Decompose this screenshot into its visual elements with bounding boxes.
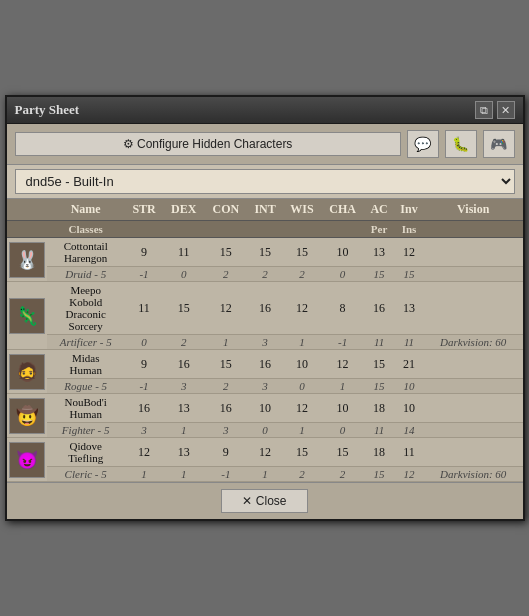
stat-int: 12 [247, 438, 283, 467]
avatar: 😈 [7, 438, 47, 482]
stat-cha: 12 [321, 350, 364, 379]
stat-con: 15 [204, 350, 247, 379]
stat-per: 15 [364, 467, 394, 482]
class-row: Rogue - 5 -1 3 2 3 0 1 15 10 [7, 379, 523, 394]
save-str: -1 [125, 379, 163, 394]
save-wis: 2 [283, 467, 321, 482]
avatar: 🤠 [7, 394, 47, 438]
stat-str: 12 [125, 438, 163, 467]
save-cha: 1 [321, 379, 364, 394]
stats-table-container: Name STR DEX CON INT WIS CHA AC Inv Visi… [7, 199, 523, 482]
save-con: -1 [204, 467, 247, 482]
save-cha: 0 [321, 267, 364, 282]
stat-con: 15 [204, 238, 247, 267]
stat-con: 16 [204, 394, 247, 423]
col-name: Name [47, 199, 125, 221]
save-str: 1 [125, 467, 163, 482]
subheader-row: Classes Per Ins [7, 221, 523, 238]
class-vision: Darkvision: 60 [424, 467, 523, 482]
stat-con: 9 [204, 438, 247, 467]
save-str: 0 [125, 335, 163, 350]
window-title: Party Sheet [15, 102, 80, 118]
save-cha: 0 [321, 423, 364, 438]
class-row: Cleric - 5 1 1 -1 1 2 2 15 12 Darkvision… [7, 467, 523, 482]
class-row: Fighter - 5 3 1 3 0 1 0 11 14 [7, 423, 523, 438]
discord-icon: 🎮 [490, 136, 507, 152]
stat-vision [424, 438, 523, 467]
stat-ac: 18 [364, 394, 394, 423]
col-str: STR [125, 199, 163, 221]
stat-int: 15 [247, 238, 283, 267]
save-int: 3 [247, 379, 283, 394]
character-class: Fighter - 5 [47, 423, 125, 438]
avatar: 🧔 [7, 350, 47, 394]
stat-ins: 15 [394, 267, 424, 282]
character-name: CottontailHarengon [47, 238, 125, 267]
save-dex: 1 [163, 467, 204, 482]
configure-hidden-characters-button[interactable]: ⚙ Configure Hidden Characters [15, 132, 401, 156]
stat-vision [424, 350, 523, 379]
table-row: 🧔 MidasHuman 9 16 15 16 10 12 15 21 [7, 350, 523, 379]
sub-int [247, 221, 283, 238]
stat-ins: 11 [394, 335, 424, 350]
stat-str: 16 [125, 394, 163, 423]
save-str: 3 [125, 423, 163, 438]
avatar-image: 🤠 [9, 398, 45, 434]
col-inv: Inv [394, 199, 424, 221]
system-dropdown-row: dnd5e - Built-In [7, 165, 523, 199]
col-ac: AC [364, 199, 394, 221]
sub-con [204, 221, 247, 238]
stat-vision [424, 394, 523, 423]
save-int: 3 [247, 335, 283, 350]
close-button[interactable]: ✕ Close [221, 489, 307, 513]
chat-button[interactable]: 💬 [407, 130, 439, 158]
stat-ac: 13 [364, 238, 394, 267]
stat-inv: 10 [394, 394, 424, 423]
class-row: Druid - 5 -1 0 2 2 2 0 15 15 [7, 267, 523, 282]
col-con: CON [204, 199, 247, 221]
sub-classes: Classes [47, 221, 125, 238]
table-row: 😈 QidoveTiefling 12 13 9 12 15 15 18 11 [7, 438, 523, 467]
sub-dex [163, 221, 204, 238]
save-con: 2 [204, 379, 247, 394]
stat-ins: 12 [394, 467, 424, 482]
stat-dex: 16 [163, 350, 204, 379]
save-int: 1 [247, 467, 283, 482]
stat-ins: 14 [394, 423, 424, 438]
character-name: MidasHuman [47, 350, 125, 379]
stat-wis: 10 [283, 350, 321, 379]
character-class: Artificer - 5 [47, 335, 125, 350]
save-int: 0 [247, 423, 283, 438]
col-cha: CHA [321, 199, 364, 221]
discord-button[interactable]: 🎮 [483, 130, 515, 158]
save-int: 2 [247, 267, 283, 282]
close-window-button[interactable]: ✕ [497, 101, 515, 119]
stat-str: 9 [125, 238, 163, 267]
character-class: Cleric - 5 [47, 467, 125, 482]
sub-str [125, 221, 163, 238]
stat-vision [424, 282, 523, 335]
save-wis: 2 [283, 267, 321, 282]
class-vision [424, 379, 523, 394]
stat-wis: 12 [283, 282, 321, 335]
character-name: QidoveTiefling [47, 438, 125, 467]
popout-button[interactable]: ⧉ [475, 101, 493, 119]
bug-button[interactable]: 🐛 [445, 130, 477, 158]
stat-wis: 12 [283, 394, 321, 423]
header-row: Name STR DEX CON INT WIS CHA AC Inv Visi… [7, 199, 523, 221]
sub-wis [283, 221, 321, 238]
stat-int: 10 [247, 394, 283, 423]
save-wis: 1 [283, 423, 321, 438]
character-class: Rogue - 5 [47, 379, 125, 394]
avatar-image: 😈 [9, 442, 45, 478]
class-vision: Darkvision: 60 [424, 335, 523, 350]
stat-inv: 12 [394, 238, 424, 267]
system-select[interactable]: dnd5e - Built-In [15, 169, 515, 194]
save-dex: 3 [163, 379, 204, 394]
stat-int: 16 [247, 282, 283, 335]
col-wis: WIS [283, 199, 321, 221]
character-name: NouBod'iHuman [47, 394, 125, 423]
stat-cha: 10 [321, 238, 364, 267]
stat-ac: 15 [364, 350, 394, 379]
stat-per: 11 [364, 335, 394, 350]
